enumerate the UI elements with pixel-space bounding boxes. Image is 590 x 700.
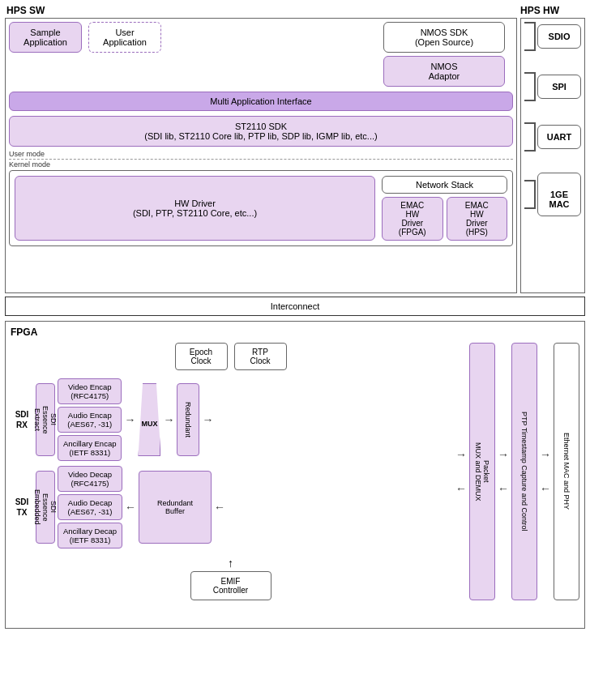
hps-sw-header: HPS SW <box>5 5 517 16</box>
multi-app-label: Multi Application Interface <box>210 96 311 106</box>
sdio-box: SDIO <box>537 24 581 49</box>
audio-encap-label: Audio Encap (AES67, -31) <box>67 411 112 429</box>
emif-connector: ↑ EMIF Controller <box>190 557 271 600</box>
clocks-row: Epoch Clock RTP Clock <box>11 343 451 370</box>
hps-hw-panel: SDIO SPI UART <box>520 18 585 293</box>
epoch-clock-box: Epoch Clock <box>175 343 228 370</box>
redundant-box-top: Redundant <box>177 383 199 456</box>
st2110-sdk-label: ST2110 SDK (SDI lib, ST2110 Core lib, PT… <box>144 122 377 141</box>
ancillary-encap-box: Ancillary Encap (IETF 8331) <box>58 435 122 461</box>
packet-mux-demux-label: Packet MUX and DEMUX <box>474 442 490 502</box>
sdi-essence-embedded-label: SDIEssenceEmbedded <box>33 489 58 525</box>
sdi-tx-label: SDI TX <box>11 497 33 518</box>
arrow5: ← <box>214 501 225 514</box>
arrow10: → <box>540 448 551 461</box>
sdi-rx-label: SDI RX <box>11 409 33 430</box>
uart-label: UART <box>547 132 572 142</box>
audio-decap-label: Audio Decap (AES67, -31) <box>68 498 113 516</box>
ancillary-decap-box: Ancillary Decap (IETF 8331) <box>58 523 122 548</box>
emac-row: EMACHWDriver(FPGA) EMACHWDriver(HPS) <box>382 197 507 241</box>
emif-arrow-up: ↑ <box>228 557 233 570</box>
mux-box: MUX <box>138 383 160 456</box>
sdi-essence-extract-label: SDIEssenceExtract <box>33 406 58 434</box>
sdio-label: SDIO <box>549 32 571 41</box>
sdi-essence-embedded-box: SDIEssenceEmbedded <box>36 471 55 544</box>
hps-sw-nmos-group: NMOS SDK (Open Source) NMOS Adaptor <box>383 22 513 87</box>
hps-sw-panel: Sample Application User Application NMOS… <box>5 18 517 293</box>
eth-mac-phy-box: Ethernet MAC and PHY <box>554 343 579 600</box>
fpga-left-col: Epoch Clock RTP Clock SDI RX SDIEssenceE… <box>11 343 451 600</box>
st2110-sdk-box: ST2110 SDK (SDI lib, ST2110 Core lib, PT… <box>9 116 513 147</box>
fpga-section: FPGA Epoch Clock RTP Clock SD <box>5 321 585 629</box>
rtp-clock-label: RTP Clock <box>250 348 270 365</box>
nmos-sdk-box: NMOS SDK (Open Source) <box>383 22 505 53</box>
arrow1: → <box>124 413 135 426</box>
interconnect-label: Interconnect <box>271 301 320 311</box>
redundant-buffer-label: Redundant Buffer <box>157 499 193 515</box>
emac-fpga-box: EMACHWDriver(FPGA) <box>382 197 443 241</box>
mode-labels: User mode Kernel mode <box>9 150 513 169</box>
audio-decap-box: Audio Decap (AES67, -31) <box>58 494 122 520</box>
sample-application-label: Sample Application <box>24 28 67 47</box>
fpga-right-col: → ← Packet MUX and DEMUX → ← PTP Timesta… <box>455 343 579 600</box>
hps-hw-header: HPS HW <box>520 5 585 16</box>
arrow11: ← <box>540 482 551 495</box>
main-container: HPS SW HPS HW Sample Application User Ap… <box>0 0 590 634</box>
epoch-clock-label: Epoch Clock <box>190 348 212 365</box>
arrow9: ← <box>498 482 509 495</box>
arrow7: ← <box>455 482 467 495</box>
network-stack-label-text: Network Stack <box>416 180 473 190</box>
sdio-row: SDIO <box>524 22 581 51</box>
emif-label: EMIF Controller <box>213 577 248 595</box>
sdi-essence-extract-box: SDIEssenceExtract <box>36 383 55 456</box>
hw-driver-box: HW Driver (SDI, PTP, ST2110 Core, etc...… <box>15 176 375 241</box>
spi-box: SPI <box>537 75 581 99</box>
sdi-rx-row: SDI RX SDIEssenceExtract Video Encap (RF… <box>11 378 451 461</box>
video-decap-label: Video Decap (RFC4175) <box>68 470 112 488</box>
ptp-label: PTP Timestamp Capture and Control <box>520 412 528 531</box>
spi-label: SPI <box>552 82 566 92</box>
emac-hps-box: EMACHWDriver(HPS) <box>447 197 508 241</box>
audio-encap-box: Audio Encap (AES67, -31) <box>58 407 122 433</box>
ptp-box: PTP Timestamp Capture and Control <box>511 343 537 600</box>
hw-driver-label: HW Driver (SDI, PTP, ST2110 Core, etc...… <box>133 198 257 218</box>
video-decap-box: Video Decap (RFC4175) <box>58 466 122 492</box>
user-application-label: User Application <box>103 28 147 47</box>
multi-app-interface-bar: Multi Application Interface <box>9 92 513 111</box>
arrow2: → <box>163 413 174 426</box>
user-mode-label: User mode <box>9 150 513 158</box>
fpga-content: Epoch Clock RTP Clock SDI RX SDIEssenceE… <box>11 343 579 600</box>
encap-group: Video Encap (RFC4175) Audio Encap (AES67… <box>58 378 122 461</box>
spi-row: SPI <box>524 72 581 101</box>
sdi-tx-row: SDI TX SDIEssenceEmbedded Video Decap (R… <box>11 466 451 548</box>
decap-group: Video Decap (RFC4175) Audio Decap (AES67… <box>58 466 122 548</box>
kernel-section: HW Driver (SDI, PTP, ST2110 Core, etc...… <box>9 170 513 246</box>
hps-sw-left-apps: Sample Application User Application <box>9 22 377 53</box>
network-stack-box: Network Stack <box>382 176 507 194</box>
emif-row: ↑ EMIF Controller <box>11 557 451 600</box>
packet-mux-demux-box: Packet MUX and DEMUX <box>469 343 495 600</box>
fpga-header: FPGA <box>11 327 579 338</box>
hps-section: Sample Application User Application NMOS… <box>5 18 585 293</box>
emac-hps-label: EMACHWDriver(HPS) <box>465 201 489 237</box>
emif-box: EMIF Controller <box>190 571 271 600</box>
redundant-buffer-box: Redundant Buffer <box>139 471 212 544</box>
uart-box: UART <box>537 125 581 149</box>
user-application-box: User Application <box>88 22 161 53</box>
rtp-clock-box: RTP Clock <box>234 343 287 370</box>
ancillary-encap-label: Ancillary Encap (IETF 8331) <box>63 439 116 457</box>
vertical-arrows-col3: → ← <box>540 343 551 600</box>
mac-row: 1GE MAC <box>524 173 581 216</box>
arrow6: → <box>455 448 467 461</box>
nmos-adaptor-label: NMOS Adaptor <box>429 62 460 81</box>
arrow8: → <box>498 448 509 461</box>
ancillary-decap-label: Ancillary Decap (IETF 8331) <box>63 527 117 544</box>
nmos-sdk-label: NMOS SDK (Open Source) <box>415 28 473 47</box>
sample-application-box: Sample Application <box>9 22 82 53</box>
fpga-data-rows: SDI RX SDIEssenceExtract Video Encap (RF… <box>11 378 451 600</box>
arrow3: → <box>202 413 213 426</box>
kernel-mode-label: Kernel mode <box>9 160 513 169</box>
vertical-arrows-col: → ← <box>455 343 467 600</box>
video-encap-label: Video Encap (RFC4175) <box>68 382 112 400</box>
arrow4: ← <box>125 501 136 514</box>
